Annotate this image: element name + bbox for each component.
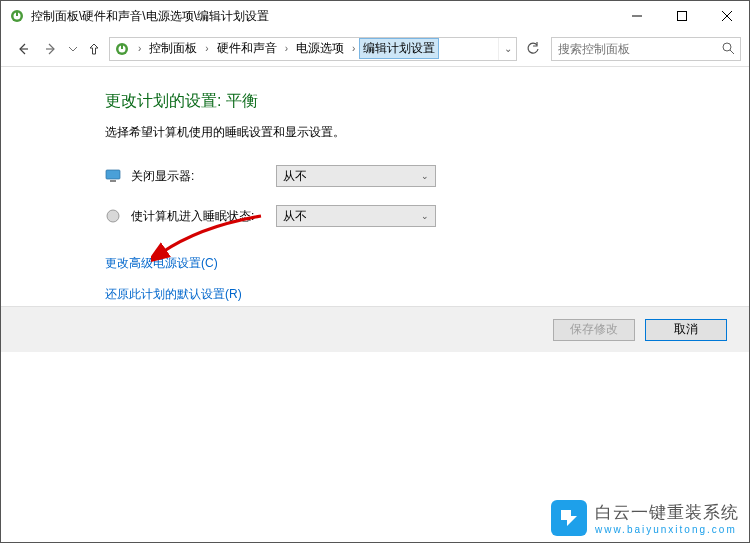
nav-up-button[interactable]	[83, 35, 105, 63]
sleep-icon	[105, 208, 121, 224]
chevron-right-icon[interactable]: ›	[348, 43, 359, 54]
power-options-icon	[9, 8, 25, 24]
setting-row-display: 关闭显示器: 从不 ⌄	[105, 165, 749, 187]
close-button[interactable]	[704, 1, 749, 31]
search-icon[interactable]	[716, 38, 740, 60]
chevron-down-icon: ⌄	[421, 211, 429, 221]
watermark: 白云一键重装系统 www.baiyunxitong.com	[551, 500, 739, 536]
window-controls	[614, 1, 749, 31]
titlebar: 控制面板\硬件和声音\电源选项\编辑计划设置	[1, 1, 749, 31]
chevron-right-icon[interactable]: ›	[201, 43, 212, 54]
cancel-button[interactable]: 取消	[645, 319, 727, 341]
chevron-down-icon: ⌄	[421, 171, 429, 181]
button-bar: 保存修改 取消	[1, 306, 749, 352]
breadcrumb-dropdown[interactable]: ⌄	[498, 38, 516, 60]
search-box[interactable]	[551, 37, 741, 61]
select-value: 从不	[283, 208, 307, 225]
setting-label: 关闭显示器:	[131, 168, 276, 185]
navbar: › 控制面板 › 硬件和声音 › 电源选项 › 编辑计划设置 ⌄	[1, 31, 749, 67]
svg-point-12	[723, 43, 731, 51]
setting-row-sleep: 使计算机进入睡眠状态: 从不 ⌄	[105, 205, 749, 227]
watermark-logo-icon	[551, 500, 587, 536]
window-title: 控制面板\硬件和声音\电源选项\编辑计划设置	[31, 8, 614, 25]
window-frame: 控制面板\硬件和声音\电源选项\编辑计划设置 › 控制面板 › 硬件和声音 › …	[0, 0, 750, 543]
nav-forward-button[interactable]	[37, 35, 65, 63]
svg-rect-2	[16, 11, 18, 16]
nav-back-button[interactable]	[9, 35, 37, 63]
select-value: 从不	[283, 168, 307, 185]
content-area: 更改计划的设置: 平衡 选择希望计算机使用的睡眠设置和显示设置。 关闭显示器: …	[1, 67, 749, 303]
chevron-right-icon[interactable]: ›	[134, 43, 145, 54]
svg-rect-4	[677, 12, 686, 21]
svg-rect-15	[110, 180, 116, 182]
nav-recent-dropdown[interactable]	[65, 35, 81, 63]
watermark-title: 白云一键重装系统	[595, 501, 739, 524]
breadcrumb-bar[interactable]: › 控制面板 › 硬件和声音 › 电源选项 › 编辑计划设置 ⌄	[109, 37, 517, 61]
monitor-icon	[105, 168, 121, 184]
chevron-right-icon[interactable]: ›	[281, 43, 292, 54]
restore-defaults-link[interactable]: 还原此计划的默认设置(R)	[105, 286, 749, 303]
display-timeout-select[interactable]: 从不 ⌄	[276, 165, 436, 187]
breadcrumb-item[interactable]: 电源选项	[292, 38, 348, 59]
page-subtext: 选择希望计算机使用的睡眠设置和显示设置。	[105, 124, 749, 141]
breadcrumb-item[interactable]: 控制面板	[145, 38, 201, 59]
save-button[interactable]: 保存修改	[553, 319, 635, 341]
setting-label: 使计算机进入睡眠状态:	[131, 208, 276, 225]
minimize-button[interactable]	[614, 1, 659, 31]
refresh-button[interactable]	[521, 37, 545, 61]
maximize-button[interactable]	[659, 1, 704, 31]
svg-point-16	[107, 210, 119, 222]
svg-rect-11	[121, 44, 123, 49]
watermark-url: www.baiyunxitong.com	[595, 524, 739, 535]
advanced-power-settings-link[interactable]: 更改高级电源设置(C)	[105, 255, 749, 272]
page-heading: 更改计划的设置: 平衡	[105, 91, 749, 112]
breadcrumb-item[interactable]: 硬件和声音	[213, 38, 281, 59]
breadcrumb-item-current[interactable]: 编辑计划设置	[359, 38, 439, 59]
svg-line-13	[730, 50, 734, 54]
power-options-icon	[114, 41, 130, 57]
watermark-text: 白云一键重装系统 www.baiyunxitong.com	[595, 501, 739, 535]
search-input[interactable]	[552, 42, 716, 56]
svg-rect-14	[106, 170, 120, 179]
sleep-timeout-select[interactable]: 从不 ⌄	[276, 205, 436, 227]
